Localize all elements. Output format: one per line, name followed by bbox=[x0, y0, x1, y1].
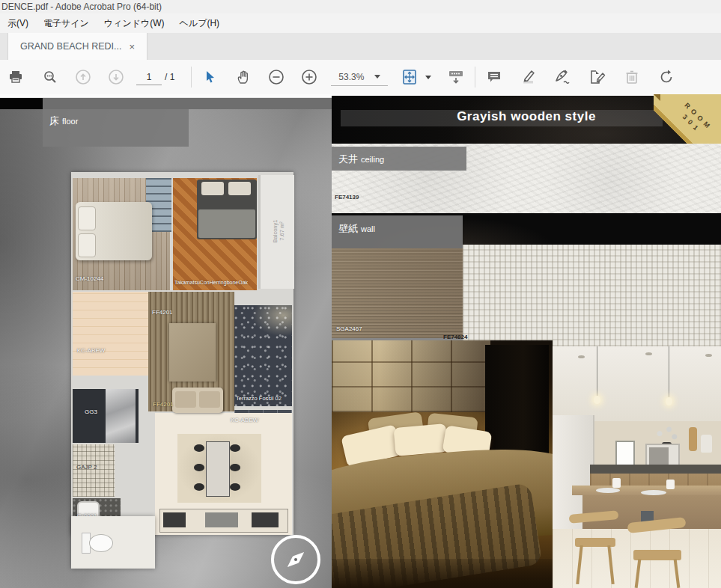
balcony-name: Balcony1 bbox=[272, 220, 279, 243]
ceiling-label-jp: 天井 bbox=[338, 153, 358, 165]
hand-tool-button[interactable] bbox=[231, 64, 256, 90]
bedroom-headboard bbox=[332, 340, 490, 412]
bedroom-photo-bottom-shade bbox=[332, 559, 553, 588]
sign-button[interactable] bbox=[550, 64, 576, 90]
zoom-in-icon bbox=[301, 69, 317, 85]
material-code-ff4201-bottom: FF4201 bbox=[153, 401, 174, 408]
wall-label-en: wall bbox=[361, 224, 375, 233]
plate bbox=[641, 490, 666, 495]
floor-section-label: 床floor bbox=[43, 109, 189, 147]
highlight-icon bbox=[520, 69, 537, 85]
pdf-page-canvas[interactable]: 床floor Balcony1 7.67 m² bbox=[0, 94, 721, 588]
zoom-level-value: 53.3% bbox=[338, 72, 364, 82]
collapse-toolbar-button[interactable] bbox=[443, 64, 469, 90]
toolbar-separator bbox=[475, 67, 475, 88]
wall-material-swatch-woven bbox=[463, 245, 721, 346]
plan-bed2-pillow bbox=[228, 182, 251, 195]
material-code-sga2467: SGA2467 bbox=[336, 325, 362, 332]
next-page-button[interactable] bbox=[103, 64, 129, 90]
plan-dining-chair bbox=[194, 464, 204, 471]
plan-terrazzo-floor bbox=[234, 305, 292, 406]
tab-close-icon[interactable]: × bbox=[129, 41, 135, 52]
menu-item-view[interactable]: 示(V) bbox=[0, 17, 36, 30]
page-header-gray-band bbox=[43, 98, 332, 109]
tab-bar: GRAND BEACH REDI... × bbox=[0, 33, 721, 61]
ceiling-spotlight bbox=[578, 355, 585, 358]
bedroom-photo bbox=[332, 340, 553, 588]
plan-bed2-duvet bbox=[198, 209, 255, 238]
menu-item-window[interactable]: ウィンドウ(W) bbox=[97, 17, 172, 30]
plan-bed2-pillow bbox=[201, 182, 224, 195]
pendant-cord bbox=[597, 346, 597, 397]
document-tab[interactable]: GRAND BEACH REDI... × bbox=[7, 33, 147, 60]
fit-page-icon bbox=[401, 69, 418, 85]
plan-bed1 bbox=[76, 202, 152, 260]
fit-page-chevron-icon[interactable] bbox=[425, 76, 431, 79]
select-tool-button[interactable] bbox=[198, 64, 223, 90]
plan-living-dining bbox=[155, 413, 292, 535]
print-button[interactable] bbox=[3, 64, 28, 90]
wall-section-label: 壁紙wall bbox=[332, 215, 463, 248]
ceiling-spotlight bbox=[705, 354, 712, 357]
print-icon bbox=[8, 70, 23, 85]
plan-bath-tile-floor bbox=[73, 389, 139, 443]
select-tool-icon bbox=[204, 70, 217, 84]
plan-bed1-pillow bbox=[78, 233, 96, 257]
zoom-out-button[interactable] bbox=[264, 64, 289, 90]
material-code-fe74139: FE74139 bbox=[335, 194, 359, 200]
plan-balcony-label: Balcony1 7.67 m² bbox=[272, 194, 285, 269]
plan-marble-column bbox=[106, 389, 136, 443]
page-count-label: / 1 bbox=[165, 72, 174, 82]
kettle bbox=[701, 435, 712, 453]
ribbon-fold bbox=[654, 94, 660, 101]
plan-dining-chair bbox=[194, 483, 204, 491]
search-button[interactable] bbox=[37, 64, 63, 90]
bedroom-dark-wardrobe bbox=[485, 345, 549, 457]
ceiling-section-label: 天井ceiling bbox=[332, 147, 466, 171]
compass-center-dot bbox=[294, 558, 297, 561]
plate bbox=[596, 488, 620, 493]
wall-label-jp: 壁紙 bbox=[338, 223, 358, 234]
plan-dining-chair bbox=[230, 444, 240, 452]
material-code-gg3: GG3 bbox=[85, 408, 97, 415]
chevron-down-icon bbox=[374, 75, 380, 79]
menu-item-esign[interactable]: 電子サイン bbox=[36, 17, 97, 30]
page-number-input[interactable]: 1 bbox=[136, 70, 162, 85]
ceiling-spotlight bbox=[645, 352, 652, 355]
plan-toilet-room bbox=[71, 516, 155, 569]
dining-photo bbox=[553, 346, 721, 588]
menu-item-help[interactable]: ヘルプ(H) bbox=[172, 17, 228, 30]
floor-plan: Balcony1 7.67 m² bbox=[71, 172, 293, 535]
plan-kitchen-stove bbox=[252, 512, 279, 527]
material-code-gajp2: GAJP 2 bbox=[76, 464, 97, 471]
menu-bar: 示(V) 電子サイン ウィンドウ(W) ヘルプ(H) bbox=[0, 13, 721, 33]
pendant-cord bbox=[669, 346, 669, 397]
rotate-button[interactable] bbox=[654, 64, 679, 90]
comment-button[interactable] bbox=[481, 64, 507, 90]
pendant-bulb bbox=[594, 396, 600, 404]
document-tab-label: GRAND BEACH REDI... bbox=[20, 41, 121, 52]
bedroom-pillow bbox=[393, 423, 448, 456]
material-code-fe74824: FE74824 bbox=[443, 334, 467, 340]
fill-sign-button[interactable] bbox=[585, 64, 610, 90]
zoom-in-button[interactable] bbox=[296, 64, 322, 90]
material-code-takamatsu: TakamatsuConHerringboneOak bbox=[174, 280, 248, 285]
delete-icon bbox=[624, 69, 639, 85]
material-code-kc-abew-2: KC-ABEW bbox=[231, 417, 258, 423]
previous-page-button[interactable] bbox=[70, 64, 96, 90]
fill-sign-icon bbox=[588, 69, 606, 85]
material-code-terrazzo: Terrazzo Fossil 02 bbox=[236, 395, 282, 402]
plan-hall-rug bbox=[169, 323, 216, 382]
material-code-ff4201-top: FF4201 bbox=[152, 309, 173, 316]
pendant-bulb bbox=[666, 397, 672, 405]
comment-icon bbox=[487, 70, 502, 85]
mug bbox=[666, 480, 675, 489]
zoom-out-icon bbox=[268, 69, 285, 85]
delete-button[interactable] bbox=[619, 64, 645, 90]
zoom-level-dropdown[interactable]: 53.3% bbox=[331, 69, 388, 86]
kitchen-counter-top bbox=[590, 465, 721, 474]
plan-dining-chair bbox=[230, 483, 240, 491]
highlight-button[interactable] bbox=[516, 64, 541, 90]
fit-page-button[interactable] bbox=[397, 64, 422, 90]
plan-dining-chair bbox=[230, 464, 240, 471]
